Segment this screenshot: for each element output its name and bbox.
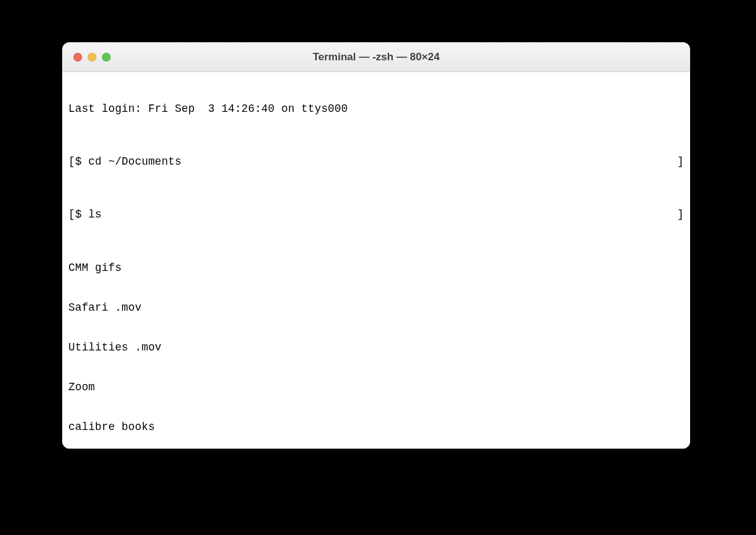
titlebar[interactable]: Terminal — -zsh — 80×24 bbox=[62, 42, 690, 72]
left-bracket: [ bbox=[68, 155, 75, 168]
command-line-cd: [$ cd ~/Documents ] bbox=[68, 155, 684, 168]
window-title: Terminal — -zsh — 80×24 bbox=[62, 51, 690, 63]
command-line-ls: [$ ls ] bbox=[68, 208, 684, 221]
output-line: Safari .mov bbox=[68, 301, 684, 314]
minimize-icon[interactable] bbox=[88, 53, 96, 62]
output-line: calibre books bbox=[68, 421, 684, 434]
zoom-icon[interactable] bbox=[102, 53, 111, 62]
command-ls: $ ls bbox=[75, 208, 102, 221]
right-bracket: ] bbox=[677, 208, 684, 221]
output-line: CMM gifs bbox=[68, 262, 684, 275]
terminal-body[interactable]: Last login: Fri Sep 3 14:26:40 on ttys00… bbox=[62, 72, 690, 449]
terminal-window: Terminal — -zsh — 80×24 Last login: Fri … bbox=[62, 42, 690, 449]
right-bracket: ] bbox=[677, 155, 684, 168]
command-cd: $ cd ~/Documents bbox=[75, 155, 182, 168]
left-bracket: [ bbox=[68, 208, 75, 221]
last-login-line: Last login: Fri Sep 3 14:26:40 on ttys00… bbox=[68, 103, 684, 116]
output-line: Zoom bbox=[68, 381, 684, 394]
close-icon[interactable] bbox=[73, 53, 82, 62]
output-line: Utilities .mov bbox=[68, 341, 684, 354]
traffic-lights bbox=[62, 53, 111, 62]
